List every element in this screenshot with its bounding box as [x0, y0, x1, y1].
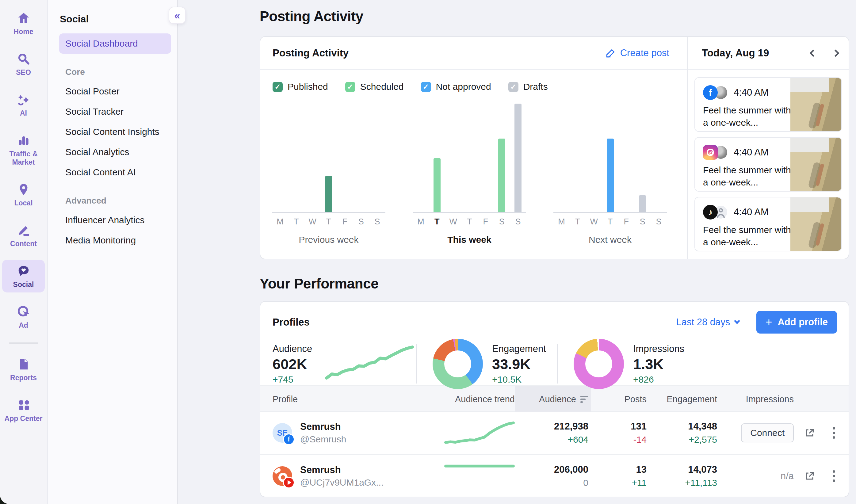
day-label: W [586, 217, 602, 227]
audience-delta: +745 [272, 374, 312, 385]
chevron-left-icon[interactable] [809, 49, 817, 57]
sidebar-item-social-content-ai[interactable]: Social Content AI [59, 162, 171, 182]
post-time: 4:40 AM [734, 87, 769, 98]
semrush-social-dashboard: HomeSEOAITraffic & MarketLocalContentSoc… [0, 0, 856, 504]
kebab-menu-icon[interactable] [832, 469, 836, 483]
day-label: F [477, 217, 494, 227]
pencil-icon [606, 48, 616, 58]
week-group-next-week: MTWTFSSNext week [553, 102, 667, 245]
external-link-icon[interactable] [804, 428, 815, 438]
period-dropdown[interactable]: Last 28 days [676, 317, 739, 328]
content-icon [17, 223, 31, 237]
rail-item-reports[interactable]: Reports [2, 353, 45, 386]
kebab-menu-icon[interactable] [832, 426, 836, 440]
column-header-audience-trend[interactable]: Audience trend [432, 394, 515, 404]
day-label: T [461, 217, 478, 227]
profiles-card-title: Profiles [272, 317, 676, 328]
day-label: S [650, 217, 667, 227]
day-label: M [553, 217, 570, 227]
checkbox-checked-icon: ✓ [508, 82, 518, 92]
sidebar-item-social-dashboard[interactable]: Social Dashboard [59, 33, 171, 54]
today-title: Today, Aug 19 [702, 47, 810, 59]
checkbox-checked-icon: ✓ [272, 82, 283, 92]
chevron-down-icon [734, 318, 740, 324]
connect-button[interactable]: Connect [741, 424, 794, 443]
column-header-profile[interactable]: Profile [272, 394, 432, 404]
ai-icon [17, 93, 31, 107]
filter-checkbox-published[interactable]: ✓Published [272, 82, 328, 92]
audience-label: Audience [272, 343, 312, 354]
sidebar-item-media-monitoring[interactable]: Media Monitoring [59, 230, 171, 250]
column-header-audience[interactable]: Audience [515, 386, 591, 412]
day-label: S [510, 217, 526, 227]
status-filters: ✓Published✓Scheduled✓Not approved✓Drafts [260, 70, 687, 92]
sidebar-item-influencer-analytics[interactable]: Influencer Analytics [59, 210, 171, 230]
bar-published[interactable] [325, 176, 332, 212]
rail-item-content[interactable]: Content [2, 219, 45, 252]
sidenav-section-advanced: Advanced [65, 196, 171, 206]
checkbox-checked-icon: ✓ [421, 82, 431, 92]
bar-scheduled[interactable] [433, 158, 441, 212]
profile-name[interactable]: Semrush [300, 465, 384, 475]
column-header-engagement[interactable]: Engagement [647, 394, 717, 404]
audience-sparkline [325, 345, 414, 382]
rail-item-ad[interactable]: Ad [2, 301, 45, 333]
sidebar-item-social-poster[interactable]: Social Poster [59, 81, 171, 102]
posting-activity-card-title: Posting Activity [272, 47, 349, 59]
audience-delta: +604 [515, 434, 588, 445]
rail-item-local[interactable]: Local [2, 178, 45, 211]
bar-drafts[interactable] [515, 104, 521, 212]
scheduled-post-tiktok[interactable]: ♪ 4:40 AM Feel the summer with a one-wee… [694, 197, 842, 251]
posting-activity-card: Posting Activity Create post ✓Published✓… [260, 36, 849, 259]
posting-activity-panel: Posting Activity Create post ✓Published✓… [260, 37, 687, 259]
filter-checkbox-scheduled[interactable]: ✓Scheduled [345, 82, 404, 92]
chevron-right-icon[interactable] [832, 49, 839, 57]
rail-item-app-center[interactable]: App Center [2, 394, 45, 427]
engagement-delta: +11,113 [647, 478, 717, 488]
post-text: Feel the summer with a one-week... [703, 164, 795, 188]
filter-checkbox-drafts[interactable]: ✓Drafts [508, 82, 548, 92]
post-time: 4:40 AM [734, 147, 769, 158]
rail-item-ai[interactable]: AI [2, 88, 45, 121]
audience-value: 212,938 [515, 421, 588, 432]
day-label: S [494, 217, 510, 227]
sidebar-item-social-content-insights[interactable]: Social Content Insights [59, 122, 171, 142]
add-profile-button[interactable]: + Add profile [756, 311, 837, 334]
reports-icon [17, 357, 31, 371]
week-label: Next week [553, 235, 667, 245]
rail-item-home[interactable]: Home [2, 7, 45, 39]
social-icon [17, 264, 31, 278]
sidebar-collapse-button[interactable]: « [168, 7, 186, 24]
engagement-donut-chart [433, 339, 483, 389]
scheduled-post-instagram[interactable]: 4:40 AM Feel the summer with a one-week.… [694, 137, 842, 192]
rail-item-social[interactable]: Social [2, 260, 45, 292]
posts-delta: +11 [588, 478, 647, 488]
column-header-impressions[interactable]: Impressions [717, 394, 794, 404]
column-header-posts[interactable]: Posts [588, 394, 647, 404]
sidebar-item-social-tracker[interactable]: Social Tracker [59, 102, 171, 122]
external-link-icon[interactable] [804, 471, 815, 481]
profile-name[interactable]: Semrush [300, 421, 346, 432]
profile-handle: @UCj7v9UM1aGx... [300, 477, 384, 488]
posting-activity-chart: MTWTFSSPrevious weekMTWTFSSThis weekMTWT… [260, 92, 687, 245]
page-title: Posting Activity [260, 8, 849, 24]
rail-item-traffic-market[interactable]: Traffic & Market [2, 129, 45, 170]
bar-not_approved[interactable] [607, 139, 614, 212]
week-label: Previous week [272, 235, 386, 245]
rail-item-seo[interactable]: SEO [2, 48, 45, 80]
scheduled-post-facebook[interactable]: f 4:40 AM Feel the summer with a one-wee… [694, 77, 842, 132]
bar-drafts[interactable] [639, 195, 646, 212]
facebook-icon: f [703, 85, 718, 100]
day-label: T [602, 217, 619, 227]
filter-checkbox-not-approved[interactable]: ✓Not approved [421, 82, 491, 92]
profiles-card: Profiles Last 28 days + Add profile Audi… [260, 301, 849, 497]
create-post-button[interactable]: Create post [606, 48, 669, 58]
post-text: Feel the summer with a one-week... [703, 104, 795, 129]
day-label: M [272, 217, 288, 227]
day-label: S [634, 217, 650, 227]
day-label: S [353, 217, 369, 227]
app-center-icon [17, 398, 31, 412]
sidebar-item-social-analytics[interactable]: Social Analytics [59, 142, 171, 162]
impressions-delta: +826 [633, 374, 684, 385]
bar-scheduled[interactable] [498, 139, 505, 212]
